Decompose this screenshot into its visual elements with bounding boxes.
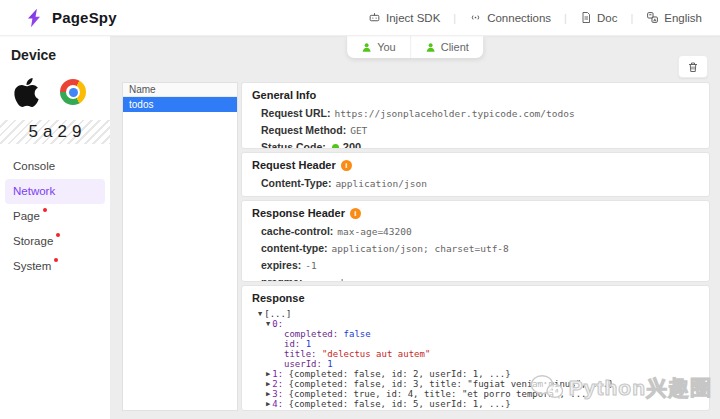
kv-label: expires: bbox=[261, 259, 301, 271]
tree-segment-index: 3: bbox=[272, 389, 288, 399]
room-code: 5a29 bbox=[0, 120, 110, 144]
tree-row: completed: false bbox=[252, 329, 699, 339]
info-icon[interactable]: i bbox=[350, 208, 361, 219]
inject-sdk-icon bbox=[368, 11, 381, 24]
expand-arrow-icon[interactable]: ▶ bbox=[266, 390, 270, 398]
nav-label: English bbox=[664, 12, 702, 24]
kv-value: no-cache bbox=[306, 277, 352, 282]
card-title-text: Request Header bbox=[252, 159, 336, 171]
sidebar-item-console[interactable]: Console bbox=[0, 154, 110, 179]
general-info-card: General Info Request URL:https://jsonpla… bbox=[241, 82, 710, 149]
nav-connections[interactable]: Connections bbox=[469, 11, 551, 24]
tree-row[interactable]: ▶1: {completed: false, id: 2, userId: 1,… bbox=[252, 369, 699, 379]
general-info-rows: Request URL:https://jsonplaceholder.typi… bbox=[252, 105, 699, 149]
collapse-arrow-icon[interactable]: ▼ bbox=[258, 310, 262, 318]
kv-label: Status Code: bbox=[261, 141, 326, 149]
request-row-todos[interactable]: todos bbox=[123, 97, 237, 112]
brand[interactable]: PageSpy bbox=[24, 7, 117, 29]
collapse-arrow-icon[interactable]: ▼ bbox=[266, 320, 270, 328]
request-header-title: Request Header i bbox=[252, 159, 699, 171]
tree-row[interactable]: ▼[...] bbox=[252, 309, 699, 319]
connections-icon bbox=[469, 11, 482, 24]
menu-label: Console bbox=[13, 160, 55, 172]
kv-row: pragma:no-cache bbox=[261, 274, 699, 282]
tree-segment-str: "delectus aut autem" bbox=[322, 349, 430, 359]
response-title: Response bbox=[252, 292, 699, 304]
nav-language[interactable]: English bbox=[646, 11, 702, 24]
kv-row: Request URL:https://jsonplaceholder.typi… bbox=[261, 105, 699, 122]
kv-row: expires:-1 bbox=[261, 257, 699, 274]
nav-separator: | bbox=[630, 12, 633, 24]
clear-button[interactable] bbox=[678, 55, 708, 78]
sidebar-item-page[interactable]: Page bbox=[0, 204, 110, 229]
network-panels: Name todos General Info Request URL:http… bbox=[122, 82, 710, 411]
kv-row: content-type:application/json; charset=u… bbox=[261, 240, 699, 257]
kv-value: -1 bbox=[305, 260, 316, 271]
header-nav: Inject SDK | Connections | Doc | bbox=[368, 11, 702, 24]
status-code-row: Status Code:200 bbox=[261, 139, 699, 149]
kv-value: application/json bbox=[335, 178, 427, 189]
nav-inject-sdk[interactable]: Inject SDK bbox=[368, 11, 440, 24]
kv-value: max-age=43200 bbox=[337, 226, 411, 237]
nav-label: Connections bbox=[487, 12, 551, 24]
expand-arrow-icon[interactable]: ▶ bbox=[266, 400, 270, 408]
status-code-value: 200 bbox=[343, 141, 361, 149]
nav-label: Doc bbox=[597, 12, 617, 24]
tree-segment-index: 2: bbox=[272, 379, 288, 389]
app-header: PageSpy Inject SDK | Connections bbox=[0, 0, 720, 36]
expand-arrow-icon[interactable]: ▶ bbox=[266, 380, 270, 388]
tree-row[interactable]: ▶4: {completed: false, id: 5, userId: 1,… bbox=[252, 399, 699, 409]
tree-segment-key: userId: bbox=[284, 359, 327, 369]
tree-row[interactable]: ▼0: bbox=[252, 319, 699, 329]
chrome-icon bbox=[60, 79, 86, 105]
sidebar-item-storage[interactable]: Storage bbox=[0, 229, 110, 254]
nav-doc[interactable]: Doc bbox=[580, 11, 617, 24]
nav-label: Inject SDK bbox=[386, 12, 440, 24]
tab-you[interactable]: You bbox=[347, 36, 410, 58]
sidebar-item-system[interactable]: System bbox=[0, 254, 110, 279]
response-header-rows: cache-control:max-age=43200 content-type… bbox=[252, 223, 699, 282]
language-icon bbox=[646, 11, 659, 24]
nav-separator: | bbox=[564, 12, 567, 24]
tree-segment-preview: {completed: false, id: 2, userId: 1, ...… bbox=[288, 369, 510, 379]
tree-segment-index: 0: bbox=[272, 319, 283, 329]
tab-client[interactable]: Client bbox=[410, 36, 483, 58]
apple-icon bbox=[13, 76, 40, 109]
response-card: Response ▼[...]▼0:completed: falseid: 1t… bbox=[241, 285, 710, 411]
tree-row[interactable]: ▶3: {completed: true, id: 4, title: "et … bbox=[252, 389, 699, 399]
response-header-title: Response Header i bbox=[252, 207, 699, 219]
tree-segment-key: completed: bbox=[284, 329, 344, 339]
kv-label: Content-Type: bbox=[261, 177, 331, 189]
request-detail-panel: General Info Request URL:https://jsonpla… bbox=[241, 82, 710, 411]
tree-segment-index: 1: bbox=[272, 369, 288, 379]
device-icons bbox=[0, 72, 110, 112]
tree-segment-preview: {completed: false, id: 5, userId: 1, ...… bbox=[288, 399, 510, 409]
nav-separator: | bbox=[453, 12, 456, 24]
request-header-card: Request Header i Content-Type:applicatio… bbox=[241, 152, 710, 197]
brand-title: PageSpy bbox=[52, 9, 117, 26]
request-header-rows: Content-Type:application/json bbox=[252, 175, 699, 192]
status-green-dot bbox=[332, 144, 339, 149]
badge-dot bbox=[43, 208, 47, 212]
tab-label: Client bbox=[441, 41, 469, 53]
menu-label: Network bbox=[13, 185, 55, 197]
general-info-title: General Info bbox=[252, 89, 699, 101]
user-icon bbox=[361, 42, 372, 53]
tree-row: title: "delectus aut autem" bbox=[252, 349, 699, 359]
sidebar-menu: Console Network Page Storage System bbox=[0, 154, 110, 279]
pagespy-logo-icon bbox=[24, 7, 44, 29]
tab-label: You bbox=[377, 41, 396, 53]
expand-arrow-icon[interactable]: ▶ bbox=[266, 370, 270, 378]
sidebar-item-network[interactable]: Network bbox=[5, 179, 105, 204]
connection-tabs: You Client bbox=[347, 36, 483, 58]
menu-label: System bbox=[13, 260, 51, 272]
tree-segment-preview: {completed: false, id: 3, title: "fugiat… bbox=[288, 379, 613, 389]
tree-segment-key: id: bbox=[284, 339, 306, 349]
info-icon[interactable]: i bbox=[341, 160, 352, 171]
main-area: You Client Name todos Gen bbox=[110, 36, 720, 419]
tree-row[interactable]: ▶2: {completed: false, id: 3, title: "fu… bbox=[252, 379, 699, 389]
tree-row[interactable]: ▶5: {completed: false, id: 6, userId: 1,… bbox=[252, 409, 699, 411]
expand-arrow-icon[interactable]: ▶ bbox=[266, 410, 270, 411]
tree-segment-preview: {completed: false, id: 6, userId: 1, ...… bbox=[288, 409, 510, 411]
user-icon bbox=[425, 42, 436, 53]
